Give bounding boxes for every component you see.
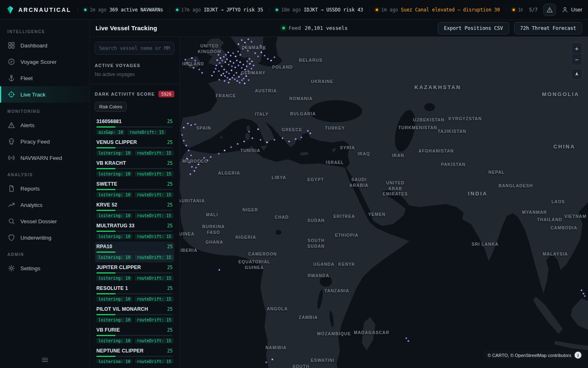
vessel-position-dot[interactable] <box>191 166 193 168</box>
ticker-item[interactable]: 17m ago IDJKT → JPTYO risk 35 <box>169 7 270 13</box>
vessel-position-dot[interactable] <box>244 42 246 43</box>
ticker-item[interactable]: 1m ago 369 active NAVWARNs <box>78 7 169 13</box>
vessel-position-dot[interactable] <box>237 51 239 52</box>
vessel-position-dot[interactable] <box>239 82 241 83</box>
vessel-position-dot[interactable] <box>188 150 189 151</box>
vessel-search-input[interactable] <box>95 42 174 55</box>
vessel-position-dot[interactable] <box>190 155 192 156</box>
vessel-position-dot[interactable] <box>183 127 185 128</box>
vessel-position-dot[interactable] <box>221 65 223 67</box>
vessel-position-dot[interactable] <box>215 68 216 70</box>
vessel-position-dot[interactable] <box>229 79 231 80</box>
vessel-position-dot[interactable] <box>408 340 409 342</box>
vessel-position-dot[interactable] <box>584 295 586 297</box>
compass-reset-button[interactable] <box>571 69 582 80</box>
vessel-position-dot[interactable] <box>295 138 296 140</box>
sidebar-item-dashboard[interactable]: Dashboard <box>0 37 89 54</box>
vessel-row[interactable]: MULTRATUG 33 25 loitering: 10routeDrift:… <box>95 221 174 242</box>
vessel-position-dot[interactable] <box>257 128 259 130</box>
vessel-position-dot[interactable] <box>251 68 252 70</box>
sidebar-item-fleet[interactable]: Fleet <box>0 70 89 86</box>
vessel-position-dot[interactable] <box>194 170 195 172</box>
vessel-position-dot[interactable] <box>241 67 243 69</box>
sidebar-item-settings[interactable]: Settings <box>0 260 89 276</box>
vessel-row[interactable]: SWETTE 25 loitering: 10routeDrift: 15 <box>95 179 174 200</box>
vessel-position-dot[interactable] <box>261 52 262 53</box>
vessel-position-dot[interactable] <box>224 150 225 151</box>
vessel-position-dot[interactable] <box>220 57 221 59</box>
vessel-position-dot[interactable] <box>249 63 251 65</box>
vessel-position-dot[interactable] <box>245 47 246 48</box>
vessel-position-dot[interactable] <box>263 48 265 50</box>
vessel-position-dot[interactable] <box>246 65 247 67</box>
vessel-position-dot[interactable] <box>221 60 223 61</box>
vessel-position-dot[interactable] <box>213 71 215 73</box>
vessel-position-dot[interactable] <box>195 167 197 168</box>
vessel-position-dot[interactable] <box>223 69 225 70</box>
map[interactable]: UNITED KINGDOMDENMARKIRELANDGERMANYPOLAN… <box>180 37 588 368</box>
vessel-position-dot[interactable] <box>198 69 200 70</box>
vessel-position-dot[interactable] <box>310 132 311 134</box>
vessel-position-dot[interactable] <box>241 74 242 75</box>
vessel-position-dot[interactable] <box>226 58 228 60</box>
vessel-position-dot[interactable] <box>185 145 187 146</box>
vessel-position-dot[interactable] <box>218 79 220 81</box>
vessel-position-dot[interactable] <box>266 141 268 143</box>
vessel-position-dot[interactable] <box>265 361 267 363</box>
vessel-position-dot[interactable] <box>224 80 225 82</box>
vessel-position-dot[interactable] <box>189 162 190 164</box>
vessel-position-dot[interactable] <box>251 41 252 43</box>
vessel-position-dot[interactable] <box>218 153 220 155</box>
vessel-position-dot[interactable] <box>307 130 309 132</box>
vessel-position-dot[interactable] <box>274 56 275 58</box>
zoom-out-button[interactable]: − <box>572 54 582 65</box>
vessel-row[interactable]: NEPTUNE CLIPPER 25 loitering: 10routeDri… <box>95 346 174 363</box>
vessel-position-dot[interactable] <box>241 79 243 81</box>
vessel-position-dot[interactable] <box>234 67 236 68</box>
vessel-position-dot[interactable] <box>583 293 584 294</box>
vessel-position-dot[interactable] <box>203 157 205 159</box>
vessel-position-dot[interactable] <box>186 62 188 64</box>
vessel-position-dot[interactable] <box>218 70 220 72</box>
vessel-position-dot[interactable] <box>272 359 273 360</box>
vessel-position-dot[interactable] <box>236 72 237 74</box>
vessel-position-dot[interactable] <box>218 54 219 56</box>
vessel-position-dot[interactable] <box>233 62 234 64</box>
vessel-position-dot[interactable] <box>207 159 208 161</box>
vessel-position-dot[interactable] <box>190 124 192 126</box>
alerts-warning-button[interactable] <box>543 4 556 16</box>
vessel-position-dot[interactable] <box>229 61 231 62</box>
vessel-position-dot[interactable] <box>260 139 261 141</box>
sidebar-item-reports[interactable]: Reports <box>0 180 89 197</box>
vessel-position-dot[interactable] <box>405 337 407 339</box>
vessel-position-dot[interactable] <box>223 73 224 74</box>
vessel-position-dot[interactable] <box>254 52 256 54</box>
vessel-position-dot[interactable] <box>581 289 582 291</box>
zoom-in-button[interactable]: + <box>572 43 582 54</box>
vessel-position-dot[interactable] <box>189 65 191 66</box>
ticker-item[interactable]: 1m ago Suez Canal elevated — disruption … <box>369 7 506 13</box>
vessel-position-dot[interactable] <box>252 137 253 139</box>
vessel-position-dot[interactable] <box>248 131 250 132</box>
vessel-position-dot[interactable] <box>247 50 249 52</box>
world-map-canvas[interactable] <box>180 37 588 368</box>
vessel-position-dot[interactable] <box>189 173 191 175</box>
sidebar-item-live-track[interactable]: Live Track <box>0 86 89 103</box>
info-icon[interactable]: i <box>575 352 581 359</box>
user-menu[interactable]: User <box>561 6 582 13</box>
vessel-position-dot[interactable] <box>247 38 249 40</box>
vessel-position-dot[interactable] <box>230 55 232 56</box>
vessel-position-dot[interactable] <box>245 75 247 77</box>
vessel-position-dot[interactable] <box>282 137 283 139</box>
vessel-position-dot[interactable] <box>301 137 302 138</box>
vessel-position-dot[interactable] <box>240 54 241 56</box>
vessel-position-dot[interactable] <box>251 61 253 62</box>
vessel-position-dot[interactable] <box>239 61 241 63</box>
vessel-position-dot[interactable] <box>243 64 244 65</box>
vessel-position-dot[interactable] <box>181 134 183 136</box>
vessel-position-dot[interactable] <box>226 71 227 73</box>
sidebar-item-vessel-dossier[interactable]: Vessel Dossier <box>0 213 89 229</box>
vessel-row[interactable]: RPA10 25 loitering: 10routeDrift: 15 <box>95 242 174 263</box>
vessel-position-dot[interactable] <box>288 141 290 142</box>
vessel-position-dot[interactable] <box>244 69 246 70</box>
